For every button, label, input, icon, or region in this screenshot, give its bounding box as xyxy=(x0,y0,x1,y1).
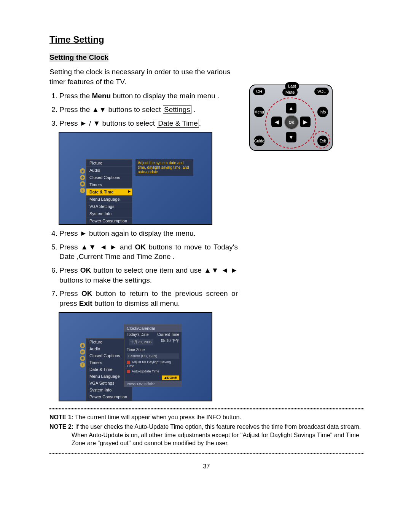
ch-button: CH xyxy=(253,88,265,95)
menu-item-selected: Date & Time xyxy=(86,189,132,196)
done-row: DONE xyxy=(124,374,182,381)
panel-header: Clock/Calendar xyxy=(124,325,182,332)
done-button: DONE xyxy=(162,375,179,380)
info-icon: i xyxy=(80,362,85,367)
globe-icon: ◉ xyxy=(80,168,85,174)
guide-button: Guide xyxy=(254,136,264,146)
intro-text: Setting the clock is necessary in order … xyxy=(49,67,238,86)
side-icons: ◉ ⊕ ✱ i xyxy=(80,343,85,369)
checkbox-icon xyxy=(127,361,130,364)
steps-list: Press the Menu button to display the mai… xyxy=(49,91,238,128)
section-subtitle: Setting the Clock xyxy=(49,53,108,62)
step-1: Press the Menu button to display the mai… xyxy=(59,91,238,101)
content-layout: Setting the clock is necessary in order … xyxy=(49,67,363,405)
page-title: Time Setting xyxy=(49,34,363,45)
menu-item: Picture xyxy=(86,160,132,167)
gear-icon: ✱ xyxy=(80,181,85,187)
clock-icon: ⊕ xyxy=(80,349,85,355)
highlight-circle-exit xyxy=(313,131,330,149)
highlight-circle xyxy=(265,97,316,149)
step-3: Press ► / ▼ buttons to select Date & Tim… xyxy=(59,118,238,128)
tv-clock-screenshot: ◉ ⊕ ✱ i Picture Audio Closed Captions Ti… xyxy=(59,312,212,401)
divider xyxy=(49,408,363,409)
note-1: NOTE 1: The current time will appear whe… xyxy=(49,413,363,422)
menu-item: Power Consumption xyxy=(86,217,132,225)
time-value: 05:10 下午 xyxy=(161,338,179,346)
panel-values: 十月 31, 2005 05:10 下午 xyxy=(124,337,182,347)
step-2: Press the ▲▼ buttons to select Settings … xyxy=(59,105,238,115)
menu-button: Menu xyxy=(254,107,264,117)
menu-item: VGA Settings xyxy=(86,203,132,210)
menu-item: Menu Language xyxy=(86,196,132,203)
panel-footer: Press 'OK' to finish xyxy=(124,381,182,387)
clock-icon: ⊕ xyxy=(80,175,85,180)
page-number: 37 xyxy=(49,463,363,470)
zone-label: Time Zone xyxy=(124,347,182,353)
date-value: 十月 31, 2005 xyxy=(129,339,153,345)
checkbox-icon xyxy=(127,370,130,373)
menu-item: Timers xyxy=(86,181,132,189)
side-icons: ◉ ⊕ ✱ i xyxy=(80,168,85,194)
manual-page: Time Setting Setting the Clock Setting t… xyxy=(0,0,411,493)
info-icon: i xyxy=(80,188,85,193)
zone-value: Eastern (US, CAN) xyxy=(127,353,179,359)
gear-icon: ✱ xyxy=(80,356,85,361)
tv-help-text: Adjust the system date and time, dayligh… xyxy=(135,159,193,176)
menu-item: System Info xyxy=(86,210,132,217)
note-2: NOTE 2: If the user checks the Auto-Upda… xyxy=(49,423,363,447)
mute-button: Mute xyxy=(282,88,298,96)
steps-list-cont: Press ► button again to display the menu… xyxy=(49,228,238,308)
clock-panel: Clock/Calendar Today's Date Current Time… xyxy=(124,324,182,387)
step-4: Press ► button again to display the menu… xyxy=(59,228,238,238)
tv-menu-screenshot: ◉ ⊕ ✱ i Picture Audio Closed Captions Ti… xyxy=(59,132,212,225)
panel-labels: Today's Date Current Time xyxy=(124,332,182,337)
menu-item: Audio xyxy=(86,167,132,174)
remote-body: Last CH Mute VOL Menu Info Guide Exit ▲ … xyxy=(249,85,333,151)
tv-menu: Picture Audio Closed Captions Timers Dat… xyxy=(86,159,132,225)
menu-item: Closed Captions xyxy=(86,174,132,181)
vol-button: VOL xyxy=(314,88,329,95)
step-7: Press OK button to return to the previou… xyxy=(59,289,238,308)
globe-icon: ◉ xyxy=(80,343,85,348)
divider xyxy=(49,453,363,454)
info-button: Info xyxy=(317,107,328,117)
dst-check: Adjust for Daylight Saving Time xyxy=(124,359,182,369)
notes-block: NOTE 1: The current time will appear whe… xyxy=(49,412,363,450)
auto-check: Auto-Update Time xyxy=(124,369,182,374)
step-6: Press OK button to select one item and u… xyxy=(59,265,238,285)
step-5: Press ▲▼ ◄ ► and OK buttons to move to T… xyxy=(59,242,238,262)
remote-illustration: Last CH Mute VOL Menu Info Guide Exit ▲ … xyxy=(249,85,333,405)
left-column: Setting the clock is necessary in order … xyxy=(49,67,238,405)
